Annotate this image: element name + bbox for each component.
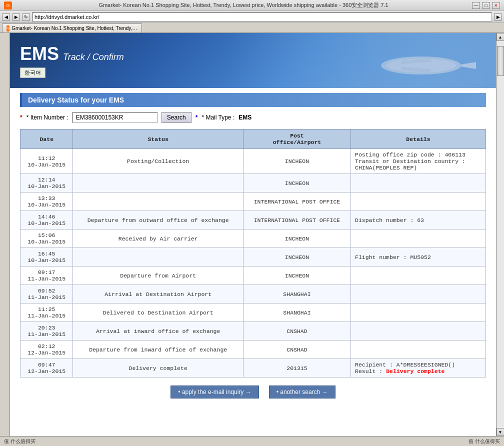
address-bar[interactable]: [32, 12, 492, 22]
language-button[interactable]: 한국어: [20, 68, 46, 78]
cell-details: Posting office zip code : 406113 Transit…: [351, 149, 486, 174]
status-left: 值 什么值得买: [4, 438, 36, 445]
cell-status: [73, 248, 243, 266]
maximize-button[interactable]: □: [482, 2, 490, 9]
cell-status: Departure from inward office of exchange: [73, 340, 243, 359]
active-tab[interactable]: G Gmarket- Korean No.1 Shopping Site, Ho…: [2, 24, 142, 32]
email-inquiry-button[interactable]: • apply the e-mail inquiry →: [170, 386, 258, 398]
cell-post-office: CNSHAD: [243, 340, 350, 359]
delivery-header: Delivery Status for your EMS: [20, 93, 486, 107]
table-row: 11:2511-Jan-2015Delivered to Destination…: [20, 304, 486, 322]
bottom-buttons: • apply the e-mail inquiry → • another s…: [20, 378, 486, 408]
asterisk-item: *: [20, 114, 22, 121]
browser-title: Gmarket- Korean No.1 Shopping Site, Hott…: [15, 2, 472, 9]
table-row: 02:1212-Jan-2015Departure from inward of…: [20, 340, 486, 359]
cell-status: Departure from Airport: [73, 266, 243, 285]
cell-status: Received by Air carrier: [73, 230, 243, 248]
tab-bar: G Gmarket- Korean No.1 Shopping Site, Ho…: [0, 23, 504, 33]
another-search-button[interactable]: • another search →: [269, 386, 336, 398]
table-row: 16:4510-Jan-2015INCHEONFlight number : M…: [20, 248, 486, 266]
search-row: * * Item Number : Search * * Mail Type :…: [20, 112, 486, 123]
col-date: Date: [20, 130, 73, 149]
col-status: Status: [73, 130, 243, 149]
table-row: 12:1410-Jan-2015INCHEON: [20, 174, 486, 192]
plane-image: [331, 43, 481, 83]
cell-date: 15:0610-Jan-2015: [20, 230, 73, 248]
cell-status: Arrival at inward office of exchange: [73, 322, 243, 340]
tab-favicon: G: [6, 26, 10, 32]
cell-post-office: SHANGHAI: [243, 285, 350, 304]
ems-brand: EMS: [20, 44, 59, 64]
cell-date: 20:2311-Jan-2015: [20, 322, 73, 340]
mail-type-dot: *: [196, 114, 198, 121]
ems-header-text: EMS Track / Confirm 한국어: [20, 44, 124, 78]
cell-date: 11:1210-Jan-2015: [20, 149, 73, 174]
cell-details: [351, 174, 486, 192]
cell-post-office: INCHEON: [243, 266, 350, 285]
cell-status: [73, 192, 243, 211]
right-scrollbar: ▲ ▼: [496, 33, 504, 436]
cell-post-office: INCHEON: [243, 230, 350, 248]
cell-details: [351, 266, 486, 285]
left-sidebar: [0, 33, 10, 436]
table-row: 20:2311-Jan-2015Arrival at inward office…: [20, 322, 486, 340]
go-button[interactable]: ▶: [494, 14, 502, 20]
scroll-down-button[interactable]: ▼: [496, 428, 504, 436]
cell-date: 09:4712-Jan-2015: [20, 359, 73, 378]
cell-details: [351, 230, 486, 248]
cell-date: 13:3310-Jan-2015: [20, 192, 73, 211]
cell-post-office: 201315: [243, 359, 350, 378]
cell-post-office: INCHEON: [243, 149, 350, 174]
table-row: 11:1210-Jan-2015Posting/CollectionINCHEO…: [20, 149, 486, 174]
cell-post-office: INTERNATIONAL POST OFFICE: [243, 211, 350, 230]
cell-post-office: INTERNATIONAL POST OFFICE: [243, 192, 350, 211]
col-post-office: Postoffice/Airport: [243, 130, 350, 149]
cell-post-office: INCHEON: [243, 248, 350, 266]
browser-main: EMS Track / Confirm 한국어: [0, 33, 504, 436]
close-button[interactable]: ✕: [492, 2, 500, 9]
status-bar: 值 什么值得买 值 什么值得买: [0, 436, 504, 446]
forward-button[interactable]: ▶: [12, 14, 20, 20]
search-button[interactable]: Search: [162, 112, 192, 123]
cell-date: 12:1410-Jan-2015: [20, 174, 73, 192]
cell-post-office: CNSHAD: [243, 322, 350, 340]
mail-type-label: * Mail Type :: [202, 114, 234, 121]
scrollbar-track[interactable]: [496, 41, 504, 428]
cell-status: [73, 174, 243, 192]
cell-date: 11:2511-Jan-2015: [20, 304, 73, 322]
delivery-header-title: Delivery Status for your EMS: [28, 96, 124, 104]
minimize-button[interactable]: —: [472, 2, 480, 9]
window-controls: — □ ✕: [472, 2, 500, 9]
result-label: Result :: [355, 368, 386, 374]
table-row: 15:0610-Jan-2015Received by Air carrierI…: [20, 230, 486, 248]
back-button[interactable]: ◀: [2, 14, 10, 20]
cell-status: Departure from outward office of exchang…: [73, 211, 243, 230]
cell-post-office: INCHEON: [243, 174, 350, 192]
refresh-button[interactable]: ↻: [22, 14, 30, 20]
tracking-table: Date Status Postoffice/Airport Details 1…: [20, 129, 486, 378]
col-details: Details: [351, 130, 486, 149]
cell-details: [351, 322, 486, 340]
cell-date: 16:4510-Jan-2015: [20, 248, 73, 266]
table-row: 14:4610-Jan-2015Departure from outward o…: [20, 211, 486, 230]
table-row: 09:1711-Jan-2015Departure from AirportIN…: [20, 266, 486, 285]
details-recipient: Recipient : A*DRESSEESIGNED(): [355, 362, 482, 368]
page-content: EMS Track / Confirm 한국어: [10, 33, 496, 436]
table-row: 09:4712-Jan-2015Delivery complete201315R…: [20, 359, 486, 378]
cell-details: [351, 192, 486, 211]
item-number-input[interactable]: [72, 112, 158, 123]
cell-details: Flight number : MU5052: [351, 248, 486, 266]
cell-date: 14:4610-Jan-2015: [20, 211, 73, 230]
table-header-row: Date Status Postoffice/Airport Details: [20, 130, 486, 149]
ems-subtitle: Track / Confirm: [63, 52, 124, 62]
status-right: 值 什么值得买: [468, 438, 500, 445]
scroll-up-button[interactable]: ▲: [496, 33, 504, 41]
scrollbar-thumb[interactable]: [497, 46, 504, 76]
ems-header: EMS Track / Confirm 한국어: [10, 33, 496, 88]
item-number-label: * Item Number :: [26, 114, 68, 121]
cell-status: Airrival at Destination Airport: [73, 285, 243, 304]
svg-marker-2: [461, 62, 476, 69]
cell-details: Recipient : A*DRESSEESIGNED()Result : De…: [351, 359, 486, 378]
cell-date: 09:1711-Jan-2015: [20, 266, 73, 285]
tab-label: Gmarket- Korean No.1 Shopping Site, Hott…: [12, 25, 138, 32]
